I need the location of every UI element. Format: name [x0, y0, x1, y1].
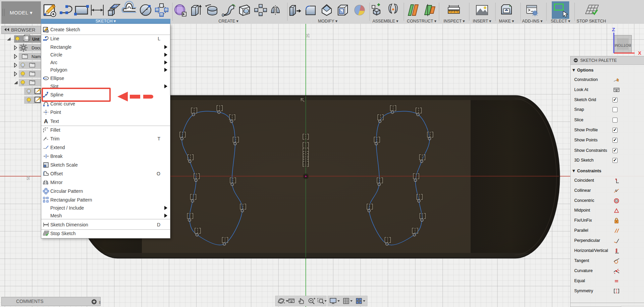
svg-text:X: X [638, 50, 641, 56]
svg-text:Nam: Nam [32, 54, 41, 59]
svg-text:50: 50 [26, 176, 30, 180]
svg-text:Docu: Docu [32, 45, 41, 50]
svg-text:Unt: Unt [32, 37, 40, 42]
svg-text:Z: Z [612, 27, 615, 32]
svg-text:A: A [44, 118, 48, 125]
svg-text:25: 25 [306, 34, 310, 38]
svg-text:BOTTOM: BOTTOM [615, 43, 631, 47]
